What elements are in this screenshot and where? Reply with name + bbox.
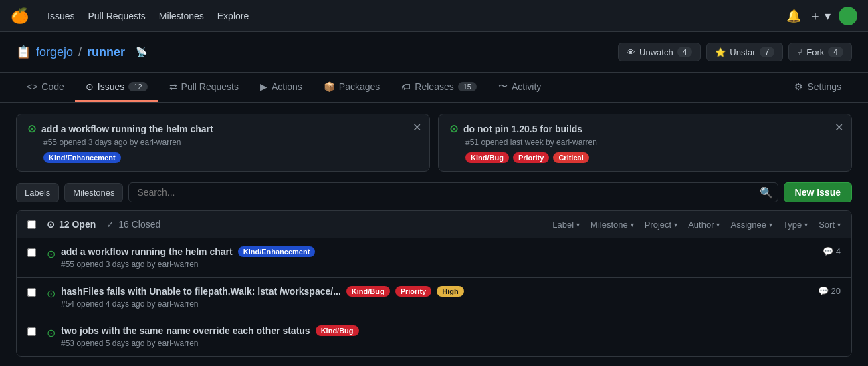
- pinned-1-title[interactable]: add a workflow running the helm chart: [41, 124, 213, 134]
- tab-packages[interactable]: 📦 Packages: [313, 73, 391, 102]
- search-icon[interactable]: 🔍: [760, 186, 773, 199]
- pinned-card-1: ✕ ⊙ add a workflow running the helm char…: [16, 114, 430, 172]
- label-chevron: ▾: [576, 221, 580, 228]
- label-kind-bug-2[interactable]: Kind/Bug: [465, 152, 509, 163]
- label-critical-2[interactable]: Critical: [553, 152, 588, 163]
- open-closed-tabs: ⊙ 12 Open ✓ 16 Closed: [47, 218, 547, 231]
- issue-open-icon-2: ⊙: [47, 287, 56, 300]
- label-priority-2[interactable]: Priority: [513, 152, 550, 163]
- row-3-checkbox[interactable]: [27, 327, 36, 336]
- issue-1-comments[interactable]: 💬 4: [823, 246, 841, 256]
- releases-icon: 🏷: [401, 81, 411, 92]
- header-filters: Label ▾ Milestone ▾ Project ▾ Author ▾ A…: [552, 220, 841, 230]
- repo-separator: /: [78, 45, 82, 59]
- code-icon: <>: [27, 81, 37, 92]
- nav-pull-requests[interactable]: Pull Requests: [88, 11, 145, 21]
- issue-2-label-high[interactable]: High: [437, 286, 463, 297]
- issue-2-title[interactable]: hashFiles fails with Unable to filepath.…: [61, 286, 341, 297]
- eye-icon: 👁: [627, 47, 635, 57]
- plus-button[interactable]: ＋ ▾: [809, 8, 831, 24]
- user-avatar[interactable]: [839, 7, 857, 25]
- milestones-button[interactable]: Milestones: [64, 183, 123, 202]
- repo-tabs: <> Code ⊙ Issues 12 ⇄ Pull Requests ▶ Ac…: [0, 73, 868, 103]
- issue-2-label-priority[interactable]: Priority: [395, 286, 432, 297]
- close-pinned-1-button[interactable]: ✕: [413, 121, 421, 134]
- tab-packages-label: Packages: [339, 81, 380, 92]
- settings-icon: ⚙: [794, 81, 803, 92]
- issues-table: ⊙ 12 Open ✓ 16 Closed Label ▾ Milestone …: [16, 210, 852, 357]
- author-chevron: ▾: [716, 221, 720, 228]
- author-filter[interactable]: Author ▾: [688, 220, 720, 230]
- issue-2-label-bug[interactable]: Kind/Bug: [346, 286, 390, 297]
- milestone-filter-text: Milestone: [590, 220, 628, 230]
- label-kind-enhancement[interactable]: Kind/Enhancement: [43, 152, 121, 163]
- closed-tab[interactable]: ✓ 16 Closed: [106, 218, 160, 231]
- assignee-filter[interactable]: Assignee ▾: [730, 220, 772, 230]
- issue-3-label-bug[interactable]: Kind/Bug: [316, 325, 359, 336]
- open-tab[interactable]: ⊙ 12 Open: [47, 218, 96, 231]
- table-row: ⊙ hashFiles fails with Unable to filepat…: [17, 278, 851, 317]
- tab-actions-label: Actions: [272, 81, 302, 92]
- new-issue-button[interactable]: New Issue: [784, 182, 852, 202]
- unstar-button[interactable]: ⭐ Unstar 7: [706, 43, 783, 61]
- row-1-checkbox[interactable]: [27, 248, 36, 257]
- nav-milestones[interactable]: Milestones: [159, 11, 204, 21]
- select-all-checkbox[interactable]: [27, 220, 36, 229]
- repo-icon: 📋: [16, 45, 31, 59]
- issue-1-right: 💬 4: [823, 246, 841, 256]
- issue-2-right: 💬 20: [818, 286, 841, 296]
- pinned-issues: ✕ ⊙ add a workflow running the helm char…: [16, 114, 852, 172]
- tab-activity[interactable]: 〜 Activity: [487, 73, 552, 102]
- nav-explore[interactable]: Explore: [217, 11, 249, 21]
- fork-icon: ⑂: [797, 47, 802, 57]
- pinned-2-labels: Kind/Bug Priority Critical: [465, 152, 841, 163]
- type-filter[interactable]: Type ▾: [783, 220, 808, 230]
- tab-releases-label: Releases: [415, 81, 453, 92]
- tab-settings-label: Settings: [807, 81, 841, 92]
- table-row: ⊙ two jobs with the same name override e…: [17, 317, 851, 356]
- milestone-filter[interactable]: Milestone ▾: [590, 220, 634, 230]
- open-count: 12 Open: [59, 219, 96, 230]
- repo-org[interactable]: forgejo: [36, 45, 73, 59]
- issue-2-comments[interactable]: 💬 20: [818, 286, 841, 296]
- tab-code[interactable]: <> Code: [16, 73, 75, 102]
- tab-pr-label: Pull Requests: [181, 81, 239, 92]
- tab-releases[interactable]: 🏷 Releases 15: [391, 73, 487, 102]
- search-input[interactable]: [128, 182, 778, 202]
- tab-settings[interactable]: ⚙ Settings: [784, 73, 852, 102]
- tab-issues[interactable]: ⊙ Issues 12: [75, 73, 158, 102]
- milestone-chevron: ▾: [631, 221, 634, 228]
- issue-1-content: add a workflow running the helm chart Ki…: [61, 246, 817, 269]
- labels-button[interactable]: Labels: [16, 183, 59, 202]
- unstar-count: 7: [760, 47, 775, 57]
- sort-filter[interactable]: Sort ▾: [819, 220, 841, 230]
- nav-issues[interactable]: Issues: [47, 11, 74, 21]
- pinned-2-title[interactable]: do not pin 1.20.5 for builds: [463, 124, 582, 134]
- project-filter[interactable]: Project ▾: [645, 220, 677, 230]
- notification-bell[interactable]: 🔔: [786, 9, 801, 23]
- logo-icon[interactable]: 🍊: [11, 7, 29, 25]
- issue-3-meta: #53 opened 5 days ago by earl-warren: [61, 339, 835, 348]
- close-pinned-2-button[interactable]: ✕: [835, 121, 843, 134]
- fork-button[interactable]: ⑂ Fork 4: [788, 43, 852, 61]
- issue-1-title[interactable]: add a workflow running the helm chart: [61, 246, 233, 257]
- issue-1-label-enhancement[interactable]: Kind/Enhancement: [238, 246, 316, 257]
- issue-1-title-row: add a workflow running the helm chart Ki…: [61, 246, 817, 257]
- label-filter[interactable]: Label ▾: [552, 220, 580, 230]
- fork-label: Fork: [806, 47, 824, 57]
- unwatch-button[interactable]: 👁 Unwatch 4: [618, 43, 701, 61]
- tab-activity-label: Activity: [512, 81, 541, 92]
- issue-2-content: hashFiles fails with Unable to filepath.…: [61, 286, 812, 309]
- issue-3-title[interactable]: two jobs with the same name override eac…: [61, 325, 310, 336]
- fork-count: 4: [828, 47, 843, 57]
- repo-name[interactable]: runner: [87, 45, 125, 59]
- check-icon: ✓: [106, 219, 114, 230]
- row-2-checkbox[interactable]: [27, 288, 36, 297]
- main-content: ✕ ⊙ add a workflow running the helm char…: [0, 103, 868, 366]
- nav-links: Issues Pull Requests Milestones Explore: [47, 11, 773, 21]
- tab-actions[interactable]: ▶ Actions: [249, 73, 313, 102]
- rss-icon[interactable]: 📡: [136, 47, 147, 57]
- pr-icon: ⇄: [169, 81, 177, 92]
- top-nav: 🍊 Issues Pull Requests Milestones Explor…: [0, 0, 868, 32]
- tab-pull-requests[interactable]: ⇄ Pull Requests: [158, 73, 249, 102]
